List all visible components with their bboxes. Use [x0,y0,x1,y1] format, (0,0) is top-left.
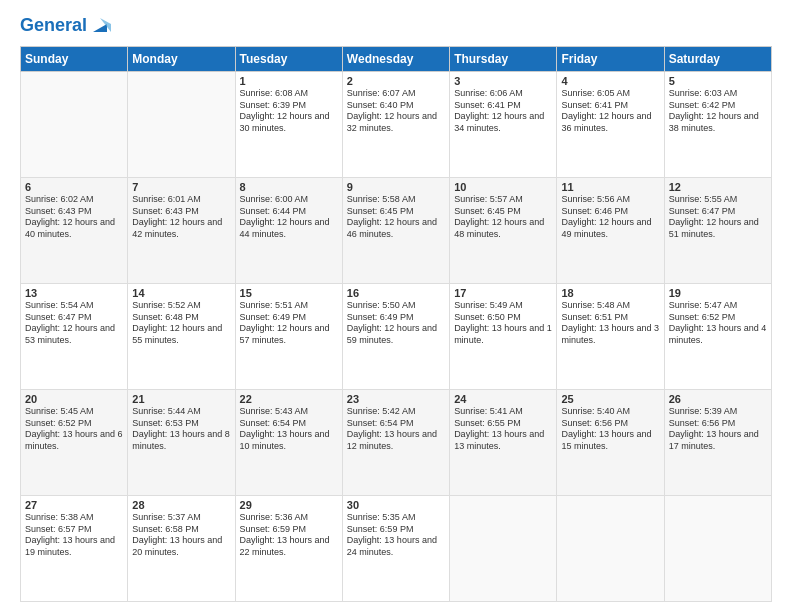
calendar-day-cell: 21Sunrise: 5:44 AMSunset: 6:53 PMDayligh… [128,390,235,496]
day-info: Sunrise: 6:05 AMSunset: 6:41 PMDaylight:… [561,88,659,135]
calendar-day-cell: 23Sunrise: 5:42 AMSunset: 6:54 PMDayligh… [342,390,449,496]
day-number: 19 [669,287,767,299]
day-number: 28 [132,499,230,511]
calendar-week-row: 27Sunrise: 5:38 AMSunset: 6:57 PMDayligh… [21,496,772,602]
day-number: 17 [454,287,552,299]
logo: General [20,16,111,36]
calendar-day-cell: 30Sunrise: 5:35 AMSunset: 6:59 PMDayligh… [342,496,449,602]
weekday-header-saturday: Saturday [664,47,771,72]
page: General SundayMondayTuesdayWednesdayThur… [0,0,792,612]
day-number: 15 [240,287,338,299]
calendar-day-cell: 14Sunrise: 5:52 AMSunset: 6:48 PMDayligh… [128,284,235,390]
calendar-day-cell [664,496,771,602]
weekday-header-friday: Friday [557,47,664,72]
calendar-day-cell: 28Sunrise: 5:37 AMSunset: 6:58 PMDayligh… [128,496,235,602]
day-info: Sunrise: 5:35 AMSunset: 6:59 PMDaylight:… [347,512,445,559]
calendar-week-row: 20Sunrise: 5:45 AMSunset: 6:52 PMDayligh… [21,390,772,496]
day-info: Sunrise: 5:41 AMSunset: 6:55 PMDaylight:… [454,406,552,453]
day-number: 13 [25,287,123,299]
calendar-table: SundayMondayTuesdayWednesdayThursdayFrid… [20,46,772,602]
calendar-day-cell: 22Sunrise: 5:43 AMSunset: 6:54 PMDayligh… [235,390,342,496]
calendar-week-row: 1Sunrise: 6:08 AMSunset: 6:39 PMDaylight… [21,72,772,178]
calendar-header-row: SundayMondayTuesdayWednesdayThursdayFrid… [21,47,772,72]
calendar-day-cell: 4Sunrise: 6:05 AMSunset: 6:41 PMDaylight… [557,72,664,178]
day-number: 12 [669,181,767,193]
day-number: 24 [454,393,552,405]
logo-icon [89,14,111,36]
calendar-day-cell: 8Sunrise: 6:00 AMSunset: 6:44 PMDaylight… [235,178,342,284]
day-number: 1 [240,75,338,87]
calendar-day-cell: 7Sunrise: 6:01 AMSunset: 6:43 PMDaylight… [128,178,235,284]
day-info: Sunrise: 6:01 AMSunset: 6:43 PMDaylight:… [132,194,230,241]
day-number: 2 [347,75,445,87]
day-info: Sunrise: 5:43 AMSunset: 6:54 PMDaylight:… [240,406,338,453]
day-info: Sunrise: 5:56 AMSunset: 6:46 PMDaylight:… [561,194,659,241]
weekday-header-thursday: Thursday [450,47,557,72]
day-number: 6 [25,181,123,193]
day-number: 8 [240,181,338,193]
day-info: Sunrise: 6:00 AMSunset: 6:44 PMDaylight:… [240,194,338,241]
weekday-header-tuesday: Tuesday [235,47,342,72]
weekday-header-monday: Monday [128,47,235,72]
day-info: Sunrise: 5:47 AMSunset: 6:52 PMDaylight:… [669,300,767,347]
calendar-day-cell [21,72,128,178]
calendar-day-cell: 18Sunrise: 5:48 AMSunset: 6:51 PMDayligh… [557,284,664,390]
day-number: 16 [347,287,445,299]
day-info: Sunrise: 5:51 AMSunset: 6:49 PMDaylight:… [240,300,338,347]
day-info: Sunrise: 5:38 AMSunset: 6:57 PMDaylight:… [25,512,123,559]
day-number: 25 [561,393,659,405]
day-info: Sunrise: 5:50 AMSunset: 6:49 PMDaylight:… [347,300,445,347]
calendar-day-cell: 6Sunrise: 6:02 AMSunset: 6:43 PMDaylight… [21,178,128,284]
weekday-header-wednesday: Wednesday [342,47,449,72]
day-number: 3 [454,75,552,87]
day-number: 23 [347,393,445,405]
day-number: 27 [25,499,123,511]
day-number: 20 [25,393,123,405]
calendar-day-cell: 5Sunrise: 6:03 AMSunset: 6:42 PMDaylight… [664,72,771,178]
calendar-day-cell: 20Sunrise: 5:45 AMSunset: 6:52 PMDayligh… [21,390,128,496]
day-number: 14 [132,287,230,299]
day-info: Sunrise: 5:40 AMSunset: 6:56 PMDaylight:… [561,406,659,453]
day-number: 7 [132,181,230,193]
day-info: Sunrise: 5:44 AMSunset: 6:53 PMDaylight:… [132,406,230,453]
calendar-day-cell: 25Sunrise: 5:40 AMSunset: 6:56 PMDayligh… [557,390,664,496]
day-info: Sunrise: 5:58 AMSunset: 6:45 PMDaylight:… [347,194,445,241]
calendar-day-cell: 27Sunrise: 5:38 AMSunset: 6:57 PMDayligh… [21,496,128,602]
day-number: 4 [561,75,659,87]
day-number: 22 [240,393,338,405]
day-info: Sunrise: 5:57 AMSunset: 6:45 PMDaylight:… [454,194,552,241]
day-info: Sunrise: 5:54 AMSunset: 6:47 PMDaylight:… [25,300,123,347]
header: General [20,16,772,36]
calendar-day-cell: 11Sunrise: 5:56 AMSunset: 6:46 PMDayligh… [557,178,664,284]
calendar-day-cell: 1Sunrise: 6:08 AMSunset: 6:39 PMDaylight… [235,72,342,178]
day-number: 21 [132,393,230,405]
calendar-week-row: 13Sunrise: 5:54 AMSunset: 6:47 PMDayligh… [21,284,772,390]
calendar-day-cell: 9Sunrise: 5:58 AMSunset: 6:45 PMDaylight… [342,178,449,284]
calendar-day-cell: 26Sunrise: 5:39 AMSunset: 6:56 PMDayligh… [664,390,771,496]
day-number: 30 [347,499,445,511]
calendar-day-cell: 24Sunrise: 5:41 AMSunset: 6:55 PMDayligh… [450,390,557,496]
day-info: Sunrise: 5:42 AMSunset: 6:54 PMDaylight:… [347,406,445,453]
day-info: Sunrise: 5:37 AMSunset: 6:58 PMDaylight:… [132,512,230,559]
calendar-day-cell: 17Sunrise: 5:49 AMSunset: 6:50 PMDayligh… [450,284,557,390]
day-info: Sunrise: 6:03 AMSunset: 6:42 PMDaylight:… [669,88,767,135]
day-info: Sunrise: 5:45 AMSunset: 6:52 PMDaylight:… [25,406,123,453]
day-number: 29 [240,499,338,511]
calendar-day-cell [128,72,235,178]
calendar-day-cell: 3Sunrise: 6:06 AMSunset: 6:41 PMDaylight… [450,72,557,178]
calendar-day-cell: 2Sunrise: 6:07 AMSunset: 6:40 PMDaylight… [342,72,449,178]
day-number: 26 [669,393,767,405]
logo-text: General [20,16,87,36]
calendar-day-cell: 13Sunrise: 5:54 AMSunset: 6:47 PMDayligh… [21,284,128,390]
svg-marker-0 [93,24,107,32]
calendar-day-cell: 19Sunrise: 5:47 AMSunset: 6:52 PMDayligh… [664,284,771,390]
day-info: Sunrise: 5:48 AMSunset: 6:51 PMDaylight:… [561,300,659,347]
day-info: Sunrise: 5:55 AMSunset: 6:47 PMDaylight:… [669,194,767,241]
calendar-day-cell: 15Sunrise: 5:51 AMSunset: 6:49 PMDayligh… [235,284,342,390]
day-number: 5 [669,75,767,87]
day-info: Sunrise: 6:06 AMSunset: 6:41 PMDaylight:… [454,88,552,135]
day-info: Sunrise: 6:07 AMSunset: 6:40 PMDaylight:… [347,88,445,135]
calendar-day-cell [450,496,557,602]
day-info: Sunrise: 5:52 AMSunset: 6:48 PMDaylight:… [132,300,230,347]
day-number: 18 [561,287,659,299]
